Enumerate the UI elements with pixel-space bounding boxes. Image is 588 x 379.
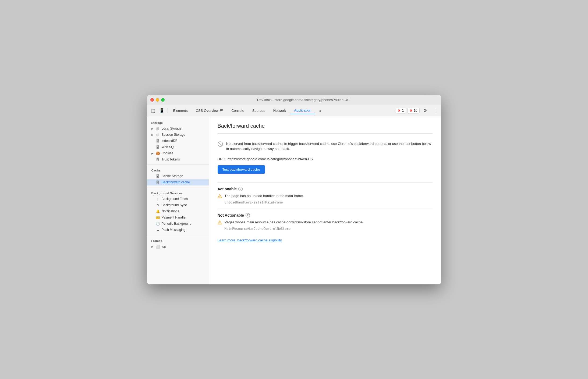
- warning-triangle-icon-2: [218, 220, 222, 226]
- tab-more[interactable]: »: [316, 107, 325, 114]
- actionable-help-icon[interactable]: ?: [238, 187, 243, 191]
- not-actionable-heading: Not Actionable ?: [218, 213, 433, 217]
- local-storage-icon: ⊞: [156, 127, 160, 131]
- select-tool-button[interactable]: ⬚: [149, 107, 157, 114]
- sidebar-item-cache-storage[interactable]: ▶ 🗄 Cache Storage: [147, 173, 209, 179]
- sidebar: Storage ▶ ⊞ Local Storage ▶ ⊞ Session St…: [147, 116, 209, 284]
- main-area: Storage ▶ ⊞ Local Storage ▶ ⊞ Session St…: [147, 116, 441, 284]
- not-served-text: Not served from back/forward cache: to t…: [226, 141, 433, 152]
- expand-icon: ▶: [151, 133, 154, 136]
- web-sql-icon: 🗄: [156, 145, 160, 149]
- tab-sources[interactable]: Sources: [249, 107, 269, 114]
- not-actionable-warning-row: Pages whose main resource has cache-cont…: [218, 220, 433, 226]
- warning-badge[interactable]: ✖ 10: [408, 108, 419, 113]
- background-sync-icon: ↻: [156, 203, 160, 207]
- settings-button[interactable]: ⚙: [421, 107, 429, 114]
- traffic-lights: [150, 98, 165, 102]
- actionable-code: UnloadHandlerExistsInMainFrame: [225, 201, 433, 204]
- sidebar-section-frames: Frames: [147, 237, 209, 244]
- notifications-icon: 🔔: [156, 209, 160, 213]
- trust-tokens-icon: 🗄: [156, 158, 160, 162]
- sidebar-divider-3: [147, 235, 209, 235]
- sidebar-section-storage: Storage: [147, 119, 209, 126]
- error-badge[interactable]: ✖ 1: [396, 108, 406, 113]
- tab-network[interactable]: Network: [270, 107, 290, 114]
- actionable-warning-text: The page has an unload handler in the ma…: [225, 194, 304, 198]
- tab-elements[interactable]: Elements: [169, 107, 192, 114]
- sidebar-item-background-sync[interactable]: ▶ ↻ Background Sync: [147, 202, 209, 208]
- indexeddb-icon: 🗄: [156, 139, 160, 143]
- url-line: URL: https://store.google.com/us/categor…: [218, 157, 433, 161]
- svg-line-1: [219, 142, 222, 146]
- not-actionable-help-icon[interactable]: ?: [246, 213, 250, 217]
- sidebar-item-indexeddb[interactable]: ▶ 🗄 IndexedDB: [147, 138, 209, 144]
- device-toolbar-button[interactable]: 📱: [158, 107, 166, 114]
- titlebar: DevTools - store.google.com/us/category/…: [147, 95, 441, 105]
- not-actionable-code: MainResourceHasCacheControlNoStore: [225, 227, 433, 231]
- sidebar-item-cookies[interactable]: ▶ 🍪 Cookies: [147, 150, 209, 156]
- error-icon: ✖: [398, 109, 401, 113]
- url-value: https://store.google.com/us/category/pho…: [228, 157, 313, 161]
- devtools-window: DevTools - store.google.com/us/category/…: [147, 95, 441, 284]
- toolbar-divider: [168, 108, 168, 113]
- more-options-button[interactable]: ⋮: [431, 107, 439, 114]
- divider-2: [218, 182, 433, 183]
- sidebar-item-push-messaging[interactable]: ▶ ☁ Push Messaging: [147, 227, 209, 233]
- divider-1: [218, 133, 433, 134]
- page-title: Back/forward cache: [218, 123, 433, 129]
- url-label: URL:: [218, 157, 226, 161]
- periodic-background-icon: 🕐: [156, 222, 160, 226]
- window-title: DevTools - store.google.com/us/category/…: [169, 98, 438, 102]
- background-fetch-icon: ↕: [156, 197, 160, 201]
- divider-3: [218, 209, 433, 209]
- sidebar-item-session-storage[interactable]: ▶ ⊞ Session Storage: [147, 132, 209, 138]
- warning-icon: ✖: [410, 109, 413, 113]
- sidebar-item-background-fetch[interactable]: ▶ ↕ Background Fetch: [147, 196, 209, 202]
- sidebar-divider-2: [147, 187, 209, 187]
- sidebar-item-web-sql[interactable]: ▶ 🗄 Web SQL: [147, 144, 209, 150]
- maximize-button[interactable]: [161, 98, 165, 102]
- expand-icon: ▶: [151, 152, 154, 155]
- not-served-info: Not served from back/forward cache: to t…: [218, 138, 433, 155]
- css-overview-icon: 🏴: [219, 109, 223, 112]
- cookies-icon: 🍪: [156, 151, 160, 155]
- sidebar-item-back-forward-cache[interactable]: ▶ 🗄 Back/forward cache: [147, 179, 209, 185]
- sidebar-divider-1: [147, 164, 209, 165]
- content-area: Back/forward cache Not served from back/…: [209, 116, 441, 284]
- sidebar-item-periodic-background[interactable]: ▶ 🕐 Periodic Background: [147, 221, 209, 227]
- expand-icon: ▶: [151, 127, 154, 130]
- tab-application[interactable]: Application: [290, 107, 315, 114]
- payment-handler-icon: 💳: [156, 216, 160, 220]
- sidebar-item-local-storage[interactable]: ▶ ⊞ Local Storage: [147, 126, 209, 132]
- sidebar-section-cache: Cache: [147, 166, 209, 173]
- session-storage-icon: ⊞: [156, 133, 160, 137]
- expand-icon: ▶: [151, 245, 154, 248]
- sidebar-item-top-frame[interactable]: ▶ ⬜ top: [147, 244, 209, 250]
- warning-triangle-icon: [218, 194, 222, 199]
- test-cache-button[interactable]: Test back/forward cache: [218, 165, 265, 174]
- frame-icon: ⬜: [156, 245, 160, 249]
- actionable-heading: Actionable ?: [218, 187, 433, 191]
- not-actionable-warning-text: Pages whose main resource has cache-cont…: [225, 220, 364, 224]
- sidebar-item-notifications[interactable]: ▶ 🔔 Notifications: [147, 208, 209, 214]
- tab-css-overview[interactable]: CSS Overview 🏴: [192, 107, 227, 114]
- toolbar-right: ✖ 1 ✖ 10 ⚙ ⋮: [396, 107, 439, 114]
- blocked-icon: [218, 141, 223, 148]
- cache-storage-icon: 🗄: [156, 174, 160, 178]
- learn-more-link[interactable]: Learn more: back/forward cache eligibili…: [218, 238, 282, 242]
- sidebar-section-bg-services: Background Services: [147, 189, 209, 196]
- close-button[interactable]: [150, 98, 154, 102]
- back-forward-cache-icon: 🗄: [156, 180, 160, 184]
- tab-console[interactable]: Console: [228, 107, 248, 114]
- actionable-warning-row: The page has an unload handler in the ma…: [218, 194, 433, 199]
- sidebar-item-trust-tokens[interactable]: ▶ 🗄 Trust Tokens: [147, 156, 209, 163]
- svg-point-3: [219, 197, 220, 197]
- svg-point-5: [219, 223, 220, 224]
- push-messaging-icon: ☁: [156, 228, 160, 232]
- toolbar: ⬚ 📱 Elements CSS Overview 🏴 Console Sour…: [147, 105, 441, 116]
- minimize-button[interactable]: [156, 98, 159, 102]
- sidebar-item-payment-handler[interactable]: ▶ 💳 Payment Handler: [147, 214, 209, 221]
